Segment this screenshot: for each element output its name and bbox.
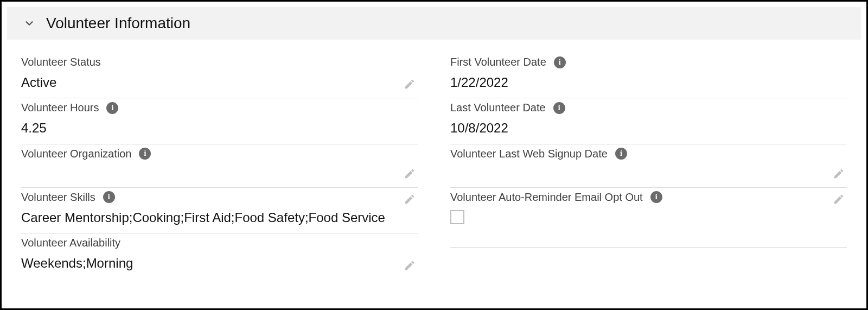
field-volunteer-hours: Volunteer Hours i 4.25 [21,98,418,144]
checkbox-auto-reminder-opt-out[interactable] [450,210,464,224]
field-value [450,209,847,229]
info-icon[interactable]: i [650,191,662,203]
pencil-icon[interactable] [404,260,416,271]
info-icon[interactable]: i [553,102,565,114]
field-value: 10/8/2022 [450,119,847,137]
pencil-icon[interactable] [833,168,845,180]
field-value: 4.25 [21,119,418,137]
field-label: Last Volunteer Date [450,102,546,114]
pencil-icon[interactable] [404,193,416,205]
field-volunteer-availability: Volunteer Availability Weekends;Morning [21,233,418,279]
info-icon[interactable]: i [103,191,115,203]
field-value: 1/22/2022 [450,74,847,91]
field-label: Volunteer Availability [21,237,120,249]
pencil-icon[interactable] [404,78,416,90]
info-icon[interactable]: i [139,148,151,160]
field-label: Volunteer Status [21,56,101,68]
field-label: Volunteer Last Web Signup Date [450,148,608,160]
field-label: Volunteer Hours [21,102,99,114]
left-column: Volunteer Status Active Volunteer Hours … [21,53,418,279]
field-value: Active [21,74,418,91]
right-column: First Volunteer Date i 1/22/2022 Last Vo… [450,53,847,279]
section-header: Volunteer Information [7,7,861,40]
field-value [21,166,418,181]
field-last-volunteer-date: Last Volunteer Date i 10/8/2022 [450,98,847,144]
field-value [450,166,847,181]
chevron-down-icon[interactable] [22,16,36,30]
field-value: Weekends;Morning [21,255,418,272]
info-icon[interactable]: i [615,148,627,160]
pencil-icon[interactable] [404,168,416,180]
info-icon[interactable]: i [554,56,566,68]
field-label: Volunteer Auto-Reminder Email Opt Out [450,191,643,204]
section-title: Volunteer Information [46,15,190,32]
info-icon[interactable]: i [106,102,118,114]
field-volunteer-status: Volunteer Status Active [21,53,418,98]
field-volunteer-organization: Volunteer Organization i [21,144,418,188]
pencil-icon[interactable] [833,193,845,205]
field-volunteer-skills: Volunteer Skills i Career Mentorship;Coo… [21,188,418,233]
field-value: Career Mentorship;Cooking;First Aid;Food… [21,209,418,226]
fields-container: Volunteer Status Active Volunteer Hours … [2,40,866,279]
field-first-volunteer-date: First Volunteer Date i 1/22/2022 [450,53,847,98]
field-label: Volunteer Skills [21,191,95,204]
field-last-web-signup-date: Volunteer Last Web Signup Date i [450,144,847,188]
field-auto-reminder-opt-out: Volunteer Auto-Reminder Email Opt Out i [450,188,847,248]
field-label: Volunteer Organization [21,148,131,160]
field-label: First Volunteer Date [450,56,546,68]
